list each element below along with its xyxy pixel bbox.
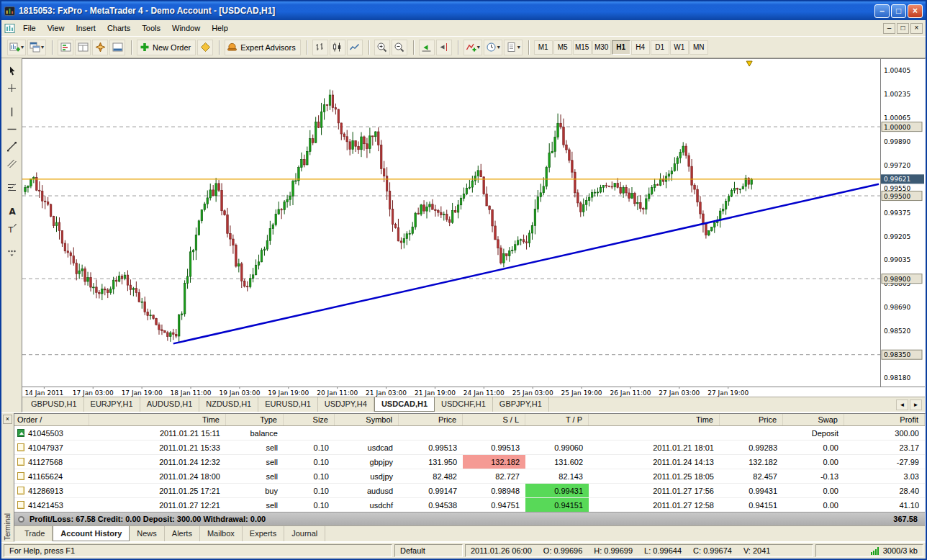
chart-tab-gbpusd-h1[interactable]: GBPUSD,H1	[24, 397, 84, 412]
zoom-in-button[interactable]	[374, 40, 390, 55]
horizontal-line-tool-button[interactable]	[4, 121, 19, 137]
timeframe-w1-button[interactable]: W1	[670, 40, 689, 55]
status-profile[interactable]: Default	[394, 544, 463, 557]
timeframe-m1-button[interactable]: M1	[534, 40, 553, 55]
equidistant-channel-tool-button[interactable]	[4, 155, 19, 171]
terminal-tab-experts[interactable]: Experts	[243, 526, 284, 541]
templates-button[interactable]: ▾	[504, 40, 523, 55]
timeframe-h4-button[interactable]: H4	[631, 40, 650, 55]
terminal-tab-account-history[interactable]: Account History	[53, 526, 130, 541]
menu-window[interactable]: Window	[166, 22, 206, 35]
column-header-sl[interactable]: S / L	[463, 414, 525, 425]
mdi-minimize-button[interactable]: –	[883, 23, 895, 34]
chart-tab-eurjpy-h1[interactable]: EURJPY,H1	[84, 397, 140, 412]
timeframe-m15-button[interactable]: M15	[573, 40, 592, 55]
navigator-button[interactable]	[92, 40, 108, 55]
chart-shift-button[interactable]	[436, 40, 452, 55]
candle-chart-button[interactable]	[330, 40, 345, 55]
trendline-tool-button[interactable]	[4, 138, 19, 154]
history-row[interactable]: 410455032011.01.21 15:11balanceDeposit30…	[14, 426, 925, 441]
minimize-button[interactable]: –	[874, 4, 890, 18]
menu-view[interactable]: View	[42, 22, 71, 35]
timeframe-m5-button[interactable]: M5	[553, 40, 572, 55]
periods-button[interactable]: ▾	[484, 40, 502, 55]
menu-insert[interactable]: Insert	[70, 22, 101, 35]
history-row[interactable]: 412869132011.01.25 17:21buy0.10audusd0.9…	[14, 484, 925, 498]
expert-advisors-button[interactable]: Expert Advisors	[225, 40, 300, 55]
column-header-tp[interactable]: T / P	[525, 414, 589, 425]
chart-tab-audusd-h1[interactable]: AUDUSD,H1	[140, 397, 200, 412]
mdi-restore-button[interactable]: □	[897, 23, 909, 34]
zoom-out-button[interactable]	[392, 40, 407, 55]
indicators-dropdown-icon[interactable]: ▾	[477, 44, 480, 50]
fibonacci-retracement-tool-button[interactable]	[4, 179, 19, 195]
menu-charts[interactable]: Charts	[101, 22, 136, 35]
terminal-button[interactable]	[109, 40, 125, 55]
column-header-order[interactable]: Order /	[14, 414, 89, 425]
title-bar[interactable]: 1815053: FxPro - MetaTrader 4 - Demo Acc…	[1, 1, 926, 20]
chart-tab-usdjpy-h4[interactable]: USDJPY,H4	[318, 397, 374, 412]
crosshair-tool-button[interactable]	[4, 80, 19, 96]
text-tool-button[interactable]: A	[4, 203, 19, 219]
column-header-price[interactable]: Price	[399, 414, 463, 425]
metaeditor-button[interactable]	[197, 40, 213, 55]
summary-total: 367.58	[893, 515, 918, 523]
column-header-type[interactable]: Type	[226, 414, 284, 425]
terminal-tab-trade[interactable]: Trade	[17, 526, 53, 541]
chart-tab-nzdusd-h1[interactable]: NZDUSD,H1	[199, 397, 258, 412]
candlestick-chart[interactable]: 1.004051.002351.000650.998900.997200.995…	[22, 59, 925, 397]
chart-tab-usdchf-h1[interactable]: USDCHF,H1	[435, 397, 493, 412]
history-row[interactable]: 414214532011.01.27 12:21sell0.10usdchf0.…	[14, 498, 925, 512]
indicators-button[interactable]: ▾	[464, 40, 482, 55]
profiles-button[interactable]: ▾	[27, 40, 46, 55]
chart-tabs-scroll-right[interactable]: ►	[910, 399, 922, 410]
terminal-tab-journal[interactable]: Journal	[284, 526, 325, 541]
column-header-profit[interactable]: Profit	[844, 414, 925, 425]
close-button[interactable]: ×	[908, 4, 923, 18]
menu-help[interactable]: Help	[206, 22, 234, 35]
svg-text:27 Jan 03:00: 27 Jan 03:00	[659, 389, 700, 397]
column-header-symbol[interactable]: Symbol	[335, 414, 399, 425]
bar-chart-button[interactable]	[312, 40, 328, 55]
account-history-table: Order /TimeTypeSizeSymbolPriceS / LT / P…	[14, 413, 926, 542]
column-header-price2[interactable]: Price	[720, 414, 783, 425]
column-header-time[interactable]: Time	[89, 414, 226, 425]
chart-tab-usdcad-h1[interactable]: USDCAD,H1	[374, 397, 435, 412]
timeframe-h1-button[interactable]: H1	[612, 40, 630, 55]
data-window-button[interactable]	[75, 40, 91, 55]
column-header-size[interactable]: Size	[284, 414, 335, 425]
text-label-tool-button[interactable]: T	[4, 220, 19, 236]
terminal-tab-news[interactable]: News	[130, 526, 165, 541]
timeframe-mn-button[interactable]: MN	[689, 40, 708, 55]
market-watch-button[interactable]	[58, 40, 73, 55]
new-order-button[interactable]: New Order	[137, 40, 196, 55]
terminal-tab-mailbox[interactable]: Mailbox	[200, 526, 243, 541]
terminal-close-icon[interactable]: ×	[3, 415, 12, 424]
maximize-button[interactable]: □	[891, 4, 906, 18]
line-chart-button[interactable]	[347, 40, 363, 55]
column-header-time2[interactable]: Time	[589, 414, 720, 425]
chart-tab-gbpjpy-h1[interactable]: GBPJPY,H1	[493, 397, 549, 412]
chart-tabs-scroll-left[interactable]: ◄	[896, 399, 908, 410]
timeframe-d1-button[interactable]: D1	[651, 40, 669, 55]
history-row[interactable]: 410479372011.01.21 15:33sell0.10usdcad0.…	[14, 441, 925, 455]
templates-dropdown-icon[interactable]: ▾	[517, 44, 520, 50]
periods-dropdown-icon[interactable]: ▾	[497, 44, 500, 50]
chart-tab-eurusd-h1[interactable]: EURUSD,H1	[258, 397, 318, 412]
column-header-swap[interactable]: Swap	[783, 414, 844, 425]
mdi-close-button[interactable]: ×	[910, 23, 923, 34]
history-row[interactable]: 411656242011.01.24 18:00sell0.10usdjpy82…	[14, 469, 925, 484]
shapes-more-tool-button[interactable]	[4, 244, 19, 260]
menu-file[interactable]: File	[17, 22, 42, 35]
profiles-dropdown-icon[interactable]: ▾	[41, 44, 44, 50]
menu-tools[interactable]: Tools	[136, 22, 166, 35]
vertical-line-tool-button[interactable]	[4, 104, 19, 119]
auto-scroll-button[interactable]	[419, 40, 435, 55]
signal-bars-icon	[871, 547, 879, 555]
terminal-tab-alerts[interactable]: Alerts	[165, 526, 200, 541]
new-chart-button[interactable]: ▾	[7, 40, 26, 55]
history-row[interactable]: 411275682011.01.24 12:32sell0.10gbpjpy13…	[14, 455, 925, 469]
timeframe-m30-button[interactable]: M30	[592, 40, 611, 55]
new-chart-dropdown-icon[interactable]: ▾	[21, 44, 24, 50]
cursor-tool-button[interactable]	[4, 63, 19, 78]
